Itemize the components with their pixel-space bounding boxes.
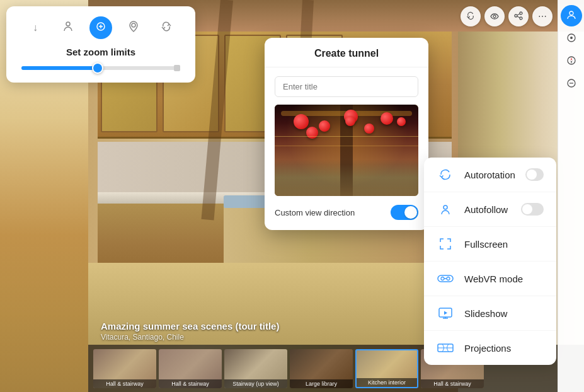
tour-info: Amazing summer sea scenes (tour title) V… [101,321,279,342]
person-icon-btn[interactable] [57,16,79,39]
share-btn[interactable] [508,6,529,26]
thumbnail-2[interactable]: Hall & stairway [159,349,222,388]
menu-label-slideshow: Slideshow [464,308,507,319]
tunnel-modal: Create tunnel Custom view direction [265,38,428,230]
svg-marker-26 [570,61,572,64]
svg-marker-25 [570,57,572,61]
zoom-icon [95,21,106,35]
more-icon: ⋯ [538,11,547,21]
tour-location: Vitacura, Santiago, Chile [101,333,279,342]
compass-icon [566,55,576,67]
person-icon [62,21,74,35]
eye-btn[interactable] [484,6,505,26]
thumb-label-3: Stairway (up view) [224,379,287,388]
context-menu: Autorotation Autofollow Fullscreen [424,158,556,365]
tunnel-title-input[interactable] [275,76,418,97]
autofollow-toggle[interactable] [521,203,544,216]
top-bar-buttons: ⋯ [461,6,553,26]
autorotation-toggle[interactable] [525,168,544,181]
menu-label-autofollow: Autofollow [464,204,508,215]
zoom-slider-end [174,65,180,71]
webvr-icon [437,272,454,285]
svg-point-0 [66,22,70,26]
autorotation-icon [437,168,454,182]
svg-point-21 [570,11,573,15]
minus-btn[interactable] [561,73,582,95]
zoom-slider-fill [21,66,98,70]
menu-item-slideshow[interactable]: Slideshow [424,296,556,331]
thumb-label-2: Hall & stairway [159,379,222,388]
thumbnail-3[interactable]: Stairway (up view) [224,349,287,388]
zoom-popup: ↓ [6,6,195,83]
circle-icon [566,33,576,45]
refresh-icon [161,21,172,35]
fullscreen-icon [437,237,454,251]
svg-point-6 [520,12,522,14]
svg-point-8 [520,17,522,20]
custom-view-row: Custom view direction [275,205,418,220]
download-icon: ↓ [33,22,38,33]
tour-title: Amazing summer sea scenes (tour title) [101,321,279,331]
location-icon [129,21,139,35]
svg-point-4 [132,23,135,27]
svg-line-10 [517,16,520,18]
refresh-top-icon [466,11,475,22]
custom-view-label: Custom view direction [275,208,355,217]
compass-btn[interactable] [561,50,582,72]
tunnel-image-preview [275,105,418,196]
svg-point-23 [570,37,573,39]
menu-item-webvr[interactable]: WebVR mode [424,262,556,296]
circle-btn[interactable] [561,28,582,49]
zoom-icon-btn[interactable] [89,16,112,39]
location-icon-btn[interactable] [122,16,145,39]
refresh-top-btn[interactable] [461,6,481,26]
thumb-label-6: Hall & stairway [421,379,484,388]
svg-point-13 [441,277,444,280]
slideshow-icon [437,306,454,320]
edge-sidebar [558,0,584,392]
svg-point-5 [493,15,496,18]
thumb-label-4: Large library [290,379,353,388]
thumbnail-1[interactable]: Hall & stairway [93,349,156,388]
toggle-knob [404,206,417,219]
custom-view-toggle[interactable] [391,205,418,220]
svg-line-9 [517,14,520,15]
menu-label-fullscreen: Fullscreen [464,239,508,250]
more-btn[interactable]: ⋯ [532,6,553,26]
menu-item-autofollow[interactable]: Autofollow [424,192,556,227]
share-icon [514,11,523,22]
download-icon-btn[interactable]: ↓ [24,16,47,39]
svg-point-11 [444,205,447,209]
svg-point-14 [447,277,450,280]
tunnel-modal-header: Create tunnel [265,38,428,67]
user-profile-icon [566,10,576,22]
menu-label-webvr: WebVR mode [464,274,523,284]
minus-icon [566,78,576,90]
menu-label-projections: Projections [464,343,511,354]
thumb-label-5: Kitchen interior [357,378,417,387]
thumb-label-1: Hall & stairway [93,379,156,388]
eye-icon [490,11,499,21]
thumbnail-4[interactable]: Large library [290,349,353,388]
svg-point-7 [515,14,517,17]
menu-item-fullscreen[interactable]: Fullscreen [424,227,556,262]
autorotation-toggle-knob [527,170,537,180]
autofollow-icon [437,202,454,216]
refresh-icon-btn[interactable] [155,16,178,39]
menu-label-autorotation: Autorotation [464,170,515,180]
zoom-slider[interactable] [21,66,180,70]
projections-icon [437,341,454,355]
menu-item-projections[interactable]: Projections [424,331,556,365]
zoom-popup-title: Set zoom limits [19,47,183,57]
menu-item-autorotation[interactable]: Autorotation [424,158,556,192]
autofollow-toggle-knob [522,204,532,214]
zoom-slider-thumb[interactable] [92,62,103,74]
thumbnail-5[interactable]: Kitchen interior [355,349,418,388]
user-profile-btn[interactable] [561,5,582,26]
popup-icons: ↓ [19,16,183,39]
tunnel-modal-body: Custom view direction [265,67,428,230]
